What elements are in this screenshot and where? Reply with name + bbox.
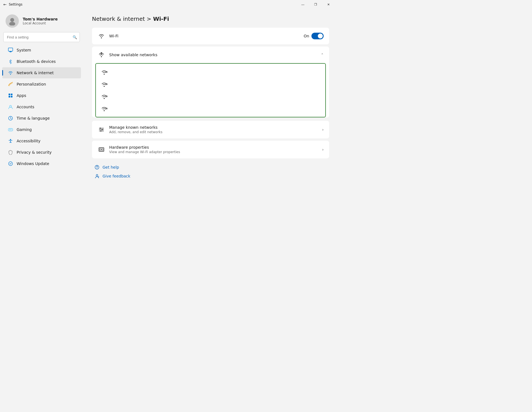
user-info: Tom's Hardware Local Account: [23, 17, 58, 25]
chevron-up-icon: ⌃: [321, 53, 324, 57]
network-wifi-locked-icon-4: [100, 105, 108, 112]
manage-networks-row[interactable]: Manage known networks Add, remove, and e…: [92, 121, 329, 138]
gaming-icon: [8, 127, 13, 132]
link-section: Get help Give feedback: [92, 163, 329, 181]
svg-point-18: [106, 72, 107, 72]
give-feedback-link[interactable]: Give feedback: [93, 172, 328, 181]
svg-rect-4: [9, 51, 12, 52]
sidebar-item-gaming[interactable]: Gaming: [2, 124, 81, 135]
svg-point-13: [12, 130, 12, 130]
svg-rect-2: [8, 48, 13, 51]
sidebar-item-personalization[interactable]: Personalization: [2, 79, 81, 90]
svg-point-24: [106, 108, 107, 109]
hardware-properties-row[interactable]: Hardware properties View and manage Wi-F…: [92, 141, 329, 158]
svg-rect-5: [9, 94, 10, 95]
wifi-toggle[interactable]: [311, 33, 324, 39]
window-title: Settings: [9, 2, 22, 6]
svg-rect-3: [10, 52, 11, 52]
sidebar-item-time[interactable]: Time & language: [2, 113, 81, 124]
svg-point-20: [106, 84, 107, 84]
sidebar-nav: System Bluetooth & devices: [0, 44, 83, 169]
close-button[interactable]: ✕: [322, 0, 335, 9]
hardware-properties-subtitle: View and manage Wi-Fi adapter properties: [109, 150, 322, 154]
minimize-button[interactable]: —: [296, 0, 309, 9]
sidebar-item-apps-label: Apps: [17, 93, 26, 98]
sidebar-item-time-label: Time & language: [17, 116, 50, 120]
networks-list: [95, 63, 326, 117]
main-content: Network & internet > Wi-Fi Wi-Fi: [83, 9, 338, 206]
svg-point-14: [10, 139, 11, 140]
hardware-properties-label: Hardware properties: [109, 145, 322, 150]
available-networks-header[interactable]: Show available networks ⌃: [92, 47, 329, 63]
search-input[interactable]: [3, 32, 80, 42]
svg-point-22: [106, 96, 107, 97]
breadcrumb: Network & internet > Wi-Fi: [92, 16, 169, 22]
network-wifi-locked-icon-3: [100, 92, 108, 100]
search-icon: 🔍: [73, 35, 77, 39]
sidebar-item-system-label: System: [17, 48, 31, 52]
network-item[interactable]: [96, 102, 325, 115]
accessibility-icon: [8, 138, 13, 144]
sidebar-item-accounts-label: Accounts: [17, 105, 34, 109]
svg-rect-6: [11, 94, 12, 95]
sidebar-item-gaming-label: Gaming: [17, 127, 32, 132]
settings-window: ← Settings — ❐ ✕ Tom's Hardware Local Ac…: [0, 0, 338, 206]
breadcrumb-parent: Network & internet: [92, 16, 145, 22]
sidebar-item-windows-update[interactable]: Windows Update: [2, 158, 81, 169]
manage-networks-arrow: ›: [322, 127, 324, 132]
network-wifi-locked-icon-2: [100, 80, 108, 88]
sidebar-item-accounts[interactable]: Accounts: [2, 101, 81, 112]
sidebar-item-bluetooth[interactable]: Bluetooth & devices: [2, 56, 81, 67]
manage-networks-icon: [98, 126, 105, 133]
back-icon[interactable]: ←: [3, 2, 7, 7]
wifi-toggle-container: On: [304, 33, 324, 39]
privacy-icon: [8, 150, 13, 155]
manage-networks-card: Manage known networks Add, remove, and e…: [92, 121, 329, 138]
wifi-icon: [98, 32, 105, 40]
sidebar-item-windows-update-label: Windows Update: [17, 161, 49, 166]
user-section[interactable]: Tom's Hardware Local Account: [0, 9, 83, 32]
available-networks-section: Show available networks ⌃: [92, 47, 329, 117]
breadcrumb-separator: >: [147, 16, 153, 22]
sidebar-item-network[interactable]: Network & internet: [2, 67, 81, 78]
svg-rect-7: [9, 96, 10, 97]
avatar: [6, 14, 19, 28]
svg-point-28: [100, 128, 101, 129]
maximize-button[interactable]: ❐: [309, 0, 322, 9]
network-item[interactable]: [96, 66, 325, 78]
hardware-properties-card: Hardware properties View and manage Wi-F…: [92, 141, 329, 158]
manage-networks-label: Manage known networks: [109, 125, 322, 130]
window-controls: — ❐ ✕: [296, 0, 335, 9]
sidebar-item-apps[interactable]: Apps: [2, 90, 81, 101]
network-wifi-locked-icon-1: [100, 68, 108, 76]
sidebar-item-privacy[interactable]: Privacy & security: [2, 147, 81, 158]
window-body: Tom's Hardware Local Account 🔍: [0, 9, 338, 206]
wifi-card: Wi-Fi On: [92, 28, 329, 44]
wifi-row: Wi-Fi On: [92, 28, 329, 44]
svg-point-29: [102, 129, 103, 130]
breadcrumb-current: Wi-Fi: [153, 16, 169, 22]
sidebar: Tom's Hardware Local Account 🔍: [0, 9, 83, 206]
svg-rect-8: [11, 96, 12, 97]
page-header: Network & internet > Wi-Fi: [92, 16, 329, 22]
svg-point-36: [96, 174, 98, 176]
user-name: Tom's Hardware: [23, 17, 58, 21]
hardware-properties-text: Hardware properties View and manage Wi-F…: [109, 145, 322, 154]
sidebar-item-accessibility[interactable]: Accessibility: [2, 135, 81, 146]
svg-rect-33: [101, 149, 102, 150]
user-account-type: Local Account: [23, 21, 58, 25]
sidebar-item-system[interactable]: System: [2, 45, 81, 56]
sidebar-item-personalization-label: Personalization: [17, 82, 46, 86]
sidebar-item-privacy-label: Privacy & security: [17, 150, 52, 154]
network-item[interactable]: [96, 78, 325, 90]
svg-point-35: [97, 168, 97, 169]
svg-point-0: [10, 18, 14, 22]
sidebar-item-bluetooth-label: Bluetooth & devices: [17, 59, 56, 64]
time-icon: [8, 115, 13, 121]
get-help-link[interactable]: Get help: [93, 163, 328, 172]
network-item[interactable]: [96, 90, 325, 102]
available-networks-label: Show available networks: [109, 53, 321, 57]
hardware-properties-arrow: ›: [322, 147, 324, 152]
give-feedback-label: Give feedback: [103, 174, 130, 178]
manage-networks-text: Manage known networks Add, remove, and e…: [109, 125, 322, 134]
